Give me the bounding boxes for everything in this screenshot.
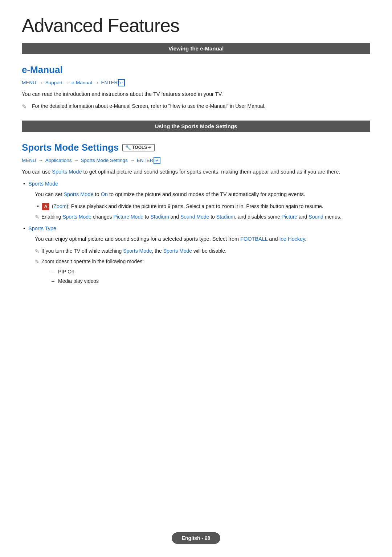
zoom-note: Zoom doesn't operate in the following mo… [35,257,370,285]
bullet-sports-mode: Sports Mode You can set Sports Mode to O… [22,180,370,221]
sports-mode-inline-link[interactable]: Sports Mode [52,169,82,175]
arrow3: → [94,80,100,85]
enter-icon: ↵ [118,79,125,86]
section2-header: Using the Sports Mode Settings [22,121,370,132]
page-title: Advanced Features [22,15,370,36]
sports-mode-link2[interactable]: Sports Mode [64,191,93,197]
arrow6: → [130,157,136,163]
emanual-link[interactable]: e-Manual [72,80,92,85]
sub-bullet-zoom: A (Zoom): Pause playback and divide the … [35,202,370,210]
emanual-body1: You can read the introduction and instru… [22,90,370,98]
bullet-sports-type: Sports Type You can enjoy optimal pictur… [22,224,370,285]
football-link[interactable]: FOOTBALL [240,236,268,242]
footer-badge: English - 68 [172,532,221,544]
sports-settings-link[interactable]: Sports Mode Settings [81,157,128,163]
icehockey-link[interactable]: Ice Hockey [279,236,305,242]
enter-label: ENTER [101,80,118,85]
sports-type-bullet-link[interactable]: Sports Type [28,225,56,231]
tools-arrow: ↵ [148,145,152,150]
picture-mode-link[interactable]: Picture Mode [113,214,143,220]
enter-icon2: ↵ [154,157,160,164]
tools-icon: 🔧 [125,145,131,150]
sports-mode-title: Sports Mode Settings [22,142,119,153]
emanual-note1: For the detailed information about e-Man… [22,102,370,110]
sports-mode-note-link[interactable]: Sports Mode [62,214,91,220]
picture-link[interactable]: Picture [282,214,298,220]
dash-pip: PIP On [52,268,370,276]
page-footer: English - 68 [0,532,392,544]
tools-label: TOOLS [132,145,147,150]
zoom-bullet: A (Zoom): Pause playback and divide the … [35,202,370,210]
support-link[interactable]: Support [45,80,62,85]
sports-mode-desc: You can set Sports Mode to On to optimiz… [35,190,370,199]
applications-link[interactable]: Applications [45,157,72,163]
sports-type-content: You can enjoy optimal picture and sound … [28,235,370,285]
sound-link[interactable]: Sound [309,214,323,220]
arrow5: → [74,157,80,163]
on-link[interactable]: On [101,191,108,197]
sports-mode-header-row: Sports Mode Settings 🔧 TOOLS↵ [22,142,370,153]
emanual-title: e-Manual [22,64,370,76]
zoom-link[interactable]: Zoom [54,203,67,209]
arrow4: → [38,157,45,163]
sports-mode-bullet-link[interactable]: Sports Mode [28,181,58,187]
tools-badge: 🔧 TOOLS↵ [122,144,155,151]
sports-mode-content: You can set Sports Mode to On to optimiz… [28,190,370,221]
sports-type-note1: If you turn the TV off while watching Sp… [35,247,370,255]
arrow2: → [65,80,71,85]
arrow1: → [38,80,45,85]
stadium-link1[interactable]: Stadium [150,214,169,220]
sound-mode-link[interactable]: Sound Mode [180,214,209,220]
sports-menu-path: MENU → Applications → Sports Mode Settin… [22,157,370,164]
main-bullet-list: Sports Mode You can set Sports Mode to O… [22,180,370,285]
enter-label2: ENTER [137,157,154,163]
dash-media: Media play videos [52,277,370,285]
sports-mode-link4[interactable]: Sports Mode [163,248,192,254]
enabling-note: Enabling Sports Mode changes Picture Mod… [35,213,370,221]
sports-body1: You can use Sports Mode to get optimal p… [22,168,370,176]
sports-mode-link3[interactable]: Sports Mode [123,248,152,254]
sports-type-desc: You can enjoy optimal picture and sound … [35,235,370,243]
section1-header: Viewing the e-Manual [22,43,370,54]
stadium-link2[interactable]: Stadium [216,214,235,220]
emanual-menu-path: MENU → Support → e-Manual → ENTER↵ [22,79,370,86]
menu-label: MENU [22,80,36,85]
menu-label2: MENU [22,157,36,163]
zoom-modes-list: PIP On Media play videos [52,268,370,285]
zoom-button-icon: A [42,203,49,210]
